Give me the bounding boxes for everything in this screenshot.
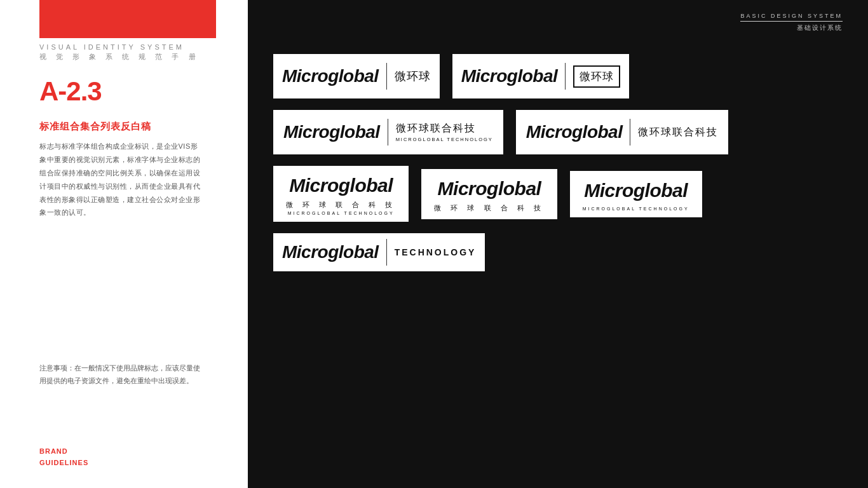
logo-standalone-sub-2: 微 环 球 联 合 科 技 [434,203,544,213]
logo-main-text-6: Microglobal [438,178,541,200]
logo-combo-1: Microglobal 微环球 [273,54,440,98]
logo-divider-1 [386,63,387,90]
top-red-bar [39,0,216,38]
top-right-label: BASIC DESIGN SYSTEM 基础设计系统 [740,13,843,32]
basic-design-zh: 基础设计系统 [740,24,843,32]
basic-design-en: BASIC DESIGN SYSTEM [740,13,843,22]
logo-standalone-3: Microglobal MICROGLOBAL TECHNOLOGY [570,171,702,217]
logo-right-block-1: 微环球联合科技 MICROGLOBAL TECHNOLOGY [396,122,493,142]
vis-label: VISUAL IDENTITY SYSTEM 视 觉 形 象 系 统 规 范 手… [39,43,200,62]
logo-chinese-3: 微环球联合科技 [638,126,718,139]
logo-tech-combo: Microglobal TECHNOLOGY [273,233,485,271]
logo-standalone-zh-1: 微 环 球 联 合 科 技 [286,200,396,210]
logo-main-text-1: Microglobal [282,66,379,86]
logo-right-block-2: 微环球联合科技 [638,126,718,139]
logo-standalone-sub-1: 微 环 球 联 合 科 技 MICROGLOBAL TECHNOLOGY [286,200,396,215]
logo-row-3: Microglobal 微 环 球 联 合 科 技 MICROGLOBAL TE… [273,166,843,222]
right-panel: BASIC DESIGN SYSTEM 基础设计系统 Microglobal 微… [248,0,868,488]
logo-combo-4: Microglobal 微环球联合科技 [516,110,729,154]
logo-chinese-box: 微环球 [573,65,620,88]
logo-main-text-2: Microglobal [461,66,558,86]
logo-main-text-8: Microglobal [282,242,379,262]
logo-standalone-1: Microglobal 微 环 球 联 合 科 技 MICROGLOBAL TE… [273,166,409,222]
logo-standalone-2: Microglobal 微 环 球 联 合 科 技 [421,169,557,219]
logo-row-1: Microglobal 微环球 Microglobal 微环球 [273,54,843,98]
section-number: A-2.3 [39,76,102,107]
section-title: 标准组合集合列表反白稿 [39,121,151,133]
vis-en-label: VISUAL IDENTITY SYSTEM [39,43,200,51]
vis-zh-label: 视 觉 形 象 系 统 规 范 手 册 [39,52,200,62]
logo-main-text-3: Microglobal [283,122,380,142]
note-text: 注意事项：在一般情况下使用品牌标志，应该尽量使用提供的电子资源文件，避免在重绘中… [39,362,205,388]
brand-guidelines: BRAND GUIDELINES [39,445,88,469]
logo-combo-3: Microglobal 微环球联合科技 MICROGLOBAL TECHNOLO… [273,110,503,154]
logo-row-2: Microglobal 微环球联合科技 MICROGLOBAL TECHNOLO… [273,110,843,154]
logo-chinese-1: 微环球 [395,69,431,84]
logo-en-sub-1: MICROGLOBAL TECHNOLOGY [396,137,493,142]
logo-standalone-sub-3: MICROGLOBAL TECHNOLOGY [583,205,689,211]
logo-chinese-2: 微环球联合科技 [396,122,493,135]
left-panel: VISUAL IDENTITY SYSTEM 视 觉 形 象 系 统 规 范 手… [0,0,248,488]
logo-main-text-7: Microglobal [584,180,688,201]
logo-main-text-4: Microglobal [526,122,623,142]
logo-divider-5 [386,239,387,266]
logo-row-4: Microglobal TECHNOLOGY [273,233,843,271]
logo-standalone-en-1: MICROGLOBAL TECHNOLOGY [286,211,396,215]
section-desc: 标志与标准字体组合构成企业标识，是企业VIS形象中重要的视觉识别元素，标准字体与… [39,140,205,219]
logo-combo-2: Microglobal 微环球 [452,54,630,98]
logo-divider-2 [565,63,566,90]
logo-divider-4 [630,119,630,146]
logo-grid: Microglobal 微环球 Microglobal 微环球 Microglo… [273,54,843,271]
logo-standalone-zh-2: 微 环 球 联 合 科 技 [434,203,544,213]
logo-main-text-5: Microglobal [289,175,393,196]
logo-standalone-en-2: MICROGLOBAL TECHNOLOGY [583,207,689,211]
logo-tech-text: TECHNOLOGY [395,247,477,257]
logo-divider-3 [388,119,388,146]
